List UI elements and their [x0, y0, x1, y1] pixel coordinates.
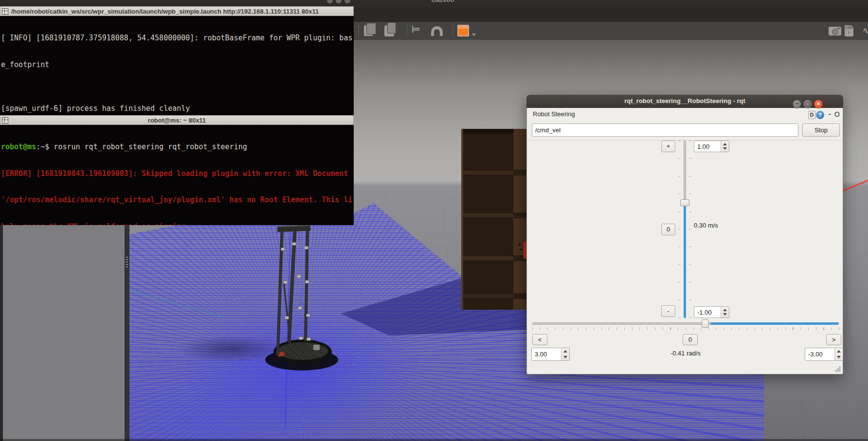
spin-down-icon [723, 147, 727, 150]
angular-min-spinbox[interactable]: -3.00 [805, 348, 843, 361]
spin-up-icon [723, 143, 727, 145]
terminal-error-line: '/opt/ros/melodic/share/rqt_virtual_joy/… [1, 195, 354, 205]
terminal-output[interactable]: robot@ms:~$ rosrun rqt_robot_steering rq… [0, 125, 354, 225]
screen-bottom-edge [0, 439, 868, 441]
gazebo-close-icon[interactable] [327, 0, 333, 3]
window-menu-icon[interactable] [2, 8, 8, 15]
linear-decrease-button[interactable]: - [661, 305, 675, 317]
toolbar-separator [452, 24, 453, 37]
linear-slider-handle[interactable] [680, 199, 689, 206]
spin-up-icon [563, 350, 567, 353]
gazebo-titlebar: Gazebo [0, 0, 868, 6]
resize-grip[interactable] [835, 366, 841, 372]
bookshelf-shelves [463, 129, 513, 310]
gazebo-minimize-icon[interactable] [336, 0, 342, 3]
gazebo-maximize-icon[interactable] [344, 0, 350, 3]
command-text: rosrun rqt_robot_steering rqt_robot_stee… [49, 142, 247, 151]
spinbox-value[interactable]: -3.00 [808, 348, 823, 361]
terminal-prompt-line: robot@ms:~$ rosrun rqt_robot_steering rq… [1, 142, 354, 152]
bookshelf-knob [519, 244, 521, 246]
robot-caster [313, 344, 320, 351]
insert-box-icon[interactable] [457, 25, 469, 36]
robot-base-top [277, 342, 328, 360]
paste-icon[interactable] [384, 25, 394, 36]
terminal-title: /home/robot/catkin_ws/src/wpr_simulation… [11, 8, 319, 15]
linear-slider-ticks [678, 141, 681, 318]
linear-slider-ticks [689, 141, 691, 318]
log-record-icon[interactable]: LOG [845, 25, 853, 36]
align-icon[interactable]: ⊨ [412, 23, 420, 35]
angular-max-spinbox[interactable]: 3.00 [531, 348, 570, 361]
angular-zero-button[interactable]: 0 [683, 334, 698, 345]
close-button[interactable]: × [814, 100, 823, 108]
chevron-down-icon[interactable] [472, 34, 476, 36]
spinbox-arrows[interactable] [561, 348, 569, 360]
copy-icon[interactable] [364, 25, 373, 36]
spin-up-icon [837, 350, 841, 353]
camera-capture-icon[interactable] [829, 27, 841, 35]
rqt-steering-window[interactable]: rqt_robot_steering__RobotSteering - rqt … [526, 95, 843, 374]
toolbar-separator [407, 24, 407, 37]
desktop: Gazebo ⊨ LOG ∿ [0, 0, 868, 441]
linear-min-spinbox[interactable]: -1.00 [694, 306, 729, 318]
terminal-title: robot@ms: ~ 80x11 [148, 117, 206, 124]
spinbox-value[interactable]: 3.00 [535, 348, 547, 361]
terminal-titlebar[interactable]: /home/robot/catkin_ws/src/wpr_simulation… [0, 6, 354, 16]
gazebo-window-title: Gazebo [404, 0, 482, 3]
angular-left-button[interactable]: < [532, 334, 547, 345]
spinbox-arrows[interactable] [834, 348, 843, 360]
maximize-button[interactable]: ▢ [803, 100, 812, 108]
bookshelf-side-panel [513, 129, 528, 310]
spinbox-value[interactable]: 1.00 [697, 141, 709, 152]
linear-increase-button[interactable]: + [661, 141, 675, 152]
toolbar-separator [359, 24, 359, 37]
spin-up-icon [723, 309, 727, 311]
terminal-line: e_footprint [1, 60, 354, 70]
robot-top-crossbar [277, 225, 310, 232]
angular-slider-handle[interactable] [702, 319, 709, 328]
help-icon[interactable]: ? [816, 111, 824, 119]
terminal-line: [spawn_urdf-6] process has finished clea… [1, 104, 354, 113]
stop-button[interactable]: Stop [802, 123, 840, 137]
spinbox-value[interactable]: -1.00 [697, 307, 712, 318]
topic-input[interactable]: /cmd_vel [532, 123, 798, 137]
angular-velocity-label: -0.41 rad/s [649, 350, 723, 357]
angular-right-button[interactable]: > [826, 334, 841, 345]
bookshelf-model[interactable] [461, 129, 528, 310]
linear-velocity-label: 0.30 m/s [694, 222, 718, 229]
terminal-line: [ INFO] [1681910787.375918088, 54.458000… [1, 34, 354, 43]
spinbox-arrows[interactable] [721, 307, 729, 318]
bookshelf-knob [520, 248, 522, 250]
prompt-suffix: :~$ [36, 142, 49, 151]
dock-button[interactable]: D [808, 111, 815, 119]
terminal-titlebar[interactable]: robot@ms: ~ 80x11 [0, 115, 354, 125]
spin-down-icon [837, 356, 841, 358]
prompt-user: robot@ms [1, 142, 36, 151]
angular-slider-fill [710, 322, 839, 325]
window-menu-icon[interactable] [2, 117, 8, 123]
plugin-title: Robot Steering [533, 110, 575, 118]
linear-slider-fill [684, 206, 686, 318]
plugin-float-button[interactable]: O [834, 110, 840, 118]
snap-magnet-icon[interactable] [431, 26, 443, 36]
linear-zero-button[interactable]: 0 [661, 224, 675, 235]
plot-icon[interactable]: ∿ [863, 25, 868, 36]
minimize-button[interactable]: − [793, 100, 801, 108]
terminal-output[interactable]: [ INFO] [1681910787.375918088, 54.458000… [0, 16, 354, 115]
plugin-minimize-button[interactable]: - [829, 110, 831, 118]
linear-max-spinbox[interactable]: 1.00 [694, 141, 729, 152]
spin-down-icon [723, 313, 727, 316]
terminal-error-line: kely means the XML is malformed or missi… [1, 222, 354, 225]
angular-slider-ticks [532, 327, 839, 330]
terminal-error-line: [ERROR] [1681910843.196109003]: Skipped … [1, 169, 354, 178]
spin-down-icon [563, 356, 567, 358]
spinbox-arrows[interactable] [721, 141, 729, 152]
